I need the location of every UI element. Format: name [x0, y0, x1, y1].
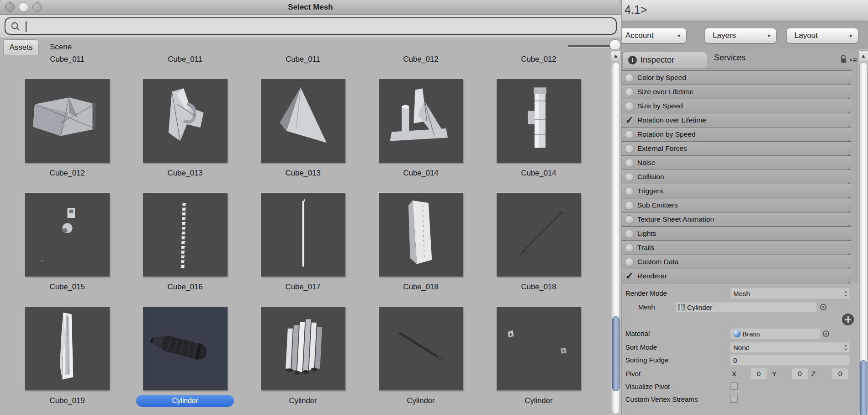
mesh-grid-item[interactable]: Cube_017	[244, 193, 362, 293]
pivot-axis-x-input[interactable]: 0	[751, 368, 767, 379]
module-checkbox-checked[interactable]: ✓	[625, 272, 633, 280]
mesh-item-label[interactable]: Cube_013	[279, 167, 327, 179]
window-titlebar[interactable]: Select Mesh	[0, 0, 621, 15]
mesh-item-label[interactable]: Cube_012	[362, 55, 480, 64]
module-checkbox[interactable]	[625, 216, 633, 223]
mesh-slab[interactable]	[379, 193, 463, 277]
module-row[interactable]: Color by Speed	[622, 71, 852, 85]
module-checkbox[interactable]	[625, 145, 633, 153]
search-field[interactable]	[5, 17, 617, 35]
mesh-item-label[interactable]: Cube_011	[8, 55, 126, 64]
module-checkbox[interactable]	[625, 173, 633, 181]
mesh-item-label[interactable]: Cylinder	[519, 395, 559, 407]
module-checkbox[interactable]	[625, 131, 633, 138]
mesh-grid-item-selected[interactable]: Cylinder	[126, 307, 244, 407]
module-checkbox[interactable]	[625, 159, 633, 167]
mesh-wedge[interactable]	[261, 79, 345, 163]
mesh-item-label[interactable]: Cylinder	[136, 395, 234, 407]
layout-dropdown-button[interactable]: Layout▾	[786, 28, 858, 43]
mesh-grid-item[interactable]: Cube_012	[8, 79, 126, 179]
mesh-gun[interactable]	[143, 79, 228, 163]
mesh-grid-item[interactable]: Cube_018	[362, 193, 480, 293]
mesh-item-label[interactable]: Cube_014	[515, 167, 563, 179]
tab-inspector[interactable]: i Inspector	[622, 52, 707, 68]
mesh-grid-item[interactable]: Cylinder	[362, 307, 480, 407]
mesh-grid-item[interactable]: Cube_015	[8, 193, 126, 293]
mesh-window-scrollbar[interactable]: ▲	[611, 49, 621, 415]
mesh-item-label[interactable]: Cube_017	[279, 281, 327, 293]
mesh-grid-item[interactable]: Cube_019	[8, 307, 126, 407]
scrollbar-up-arrow[interactable]: ▲	[611, 50, 621, 61]
module-checkbox[interactable]	[625, 258, 633, 266]
account-dropdown-button[interactable]: Account▾	[622, 28, 687, 43]
render-mode-select[interactable]: Mesh ▲▼	[730, 288, 850, 299]
module-row[interactable]: Collision	[622, 170, 852, 184]
pivot-axis-y-input[interactable]: 0	[792, 368, 808, 379]
mesh-item-label[interactable]: Cube_016	[161, 281, 209, 293]
mesh-grid-item[interactable]: Cube_013	[126, 79, 244, 179]
mesh-item-label[interactable]: Cube_011	[126, 55, 244, 64]
mesh-rod[interactable]	[497, 193, 581, 277]
mesh-item-label[interactable]: Cube_013	[161, 167, 209, 179]
module-row[interactable]: Triggers	[622, 184, 852, 198]
module-row[interactable]: ✓Renderer	[622, 269, 852, 283]
mesh-grid-item[interactable]: Cylinder	[480, 307, 598, 407]
module-checkbox[interactable]	[625, 102, 633, 110]
mesh-fragments[interactable]	[25, 193, 110, 277]
mesh-grid-item[interactable]: Cylinder	[244, 307, 362, 407]
scrollbar-up-arrow[interactable]: ▲	[858, 50, 868, 61]
module-row[interactable]: ✓Rotation over Lifetime	[622, 113, 852, 128]
pivot-axis-z-input[interactable]: 0	[832, 368, 848, 379]
module-row[interactable]: Size over Lifetime	[622, 85, 852, 99]
mesh-item-label[interactable]: Cube_018	[515, 281, 563, 293]
module-checkbox[interactable]	[625, 88, 633, 96]
visualize-pivot-checkbox[interactable]	[730, 382, 738, 390]
module-checkbox[interactable]	[625, 74, 633, 82]
mesh-tubes[interactable]	[261, 307, 345, 390]
module-checkbox[interactable]	[625, 187, 633, 195]
mesh-grid-item[interactable]: Cube_016	[126, 193, 244, 293]
material-object-field[interactable]: Brass	[730, 328, 820, 339]
module-checkbox[interactable]	[625, 244, 633, 252]
mesh-item-label[interactable]: Cube_011	[244, 55, 362, 64]
mesh-column[interactable]	[497, 79, 581, 163]
mesh-item-label[interactable]: Cube_014	[397, 167, 445, 179]
module-checkbox-checked[interactable]: ✓	[625, 117, 633, 124]
mesh-item-label[interactable]: Cylinder	[401, 395, 441, 407]
module-row[interactable]: Sub Emitters	[622, 198, 852, 213]
mesh-item-label[interactable]: Cube_015	[43, 281, 91, 293]
tab-services[interactable]: Services	[714, 53, 746, 63]
module-row[interactable]: External Forces	[622, 142, 852, 156]
mesh-item-label[interactable]: Cylinder	[283, 395, 323, 407]
scrollbar-thumb[interactable]	[612, 316, 619, 391]
tab-scene[interactable]: Scene	[45, 39, 76, 55]
module-checkbox[interactable]	[625, 202, 633, 209]
inspector-scrollbar[interactable]: ▲	[858, 49, 868, 415]
tab-assets[interactable]: Assets	[3, 39, 39, 55]
mesh-grid-item[interactable]: Cube_018	[480, 193, 598, 293]
mesh-item-label[interactable]: Cube_018	[397, 281, 445, 293]
mesh-item-label[interactable]: Cube_012	[480, 55, 598, 64]
module-row[interactable]: Texture Sheet Animation	[622, 213, 852, 227]
module-row[interactable]: Noise	[622, 156, 852, 170]
mesh-rod2[interactable]	[379, 307, 463, 390]
search-input[interactable]	[31, 20, 611, 33]
module-row[interactable]: Lights	[622, 227, 852, 241]
module-row[interactable]: Custom Data	[622, 255, 852, 269]
mesh-item-label[interactable]: Cube_019	[43, 395, 91, 407]
panel-menu-icon[interactable]: ▾≡	[850, 56, 858, 65]
mesh-object-picker-icon[interactable]	[820, 304, 826, 310]
mesh-sheet[interactable]	[25, 79, 110, 163]
mesh-shard[interactable]	[25, 307, 110, 390]
custom-vertex-streams-checkbox[interactable]	[730, 395, 738, 403]
material-object-picker-icon[interactable]	[823, 330, 829, 337]
module-row[interactable]: Size by Speed	[622, 99, 852, 113]
unlock-icon[interactable]	[840, 55, 847, 63]
mesh-rig[interactable]	[379, 79, 463, 163]
module-checkbox[interactable]	[625, 230, 633, 238]
scrollbar-thumb[interactable]	[860, 360, 867, 415]
mesh-object-field[interactable]: Cylinder	[675, 302, 817, 313]
mesh-needle[interactable]	[261, 193, 345, 277]
mesh-grid-item[interactable]: Cube_013	[244, 79, 362, 179]
mesh-grid-item[interactable]: Cube_014	[362, 79, 480, 179]
